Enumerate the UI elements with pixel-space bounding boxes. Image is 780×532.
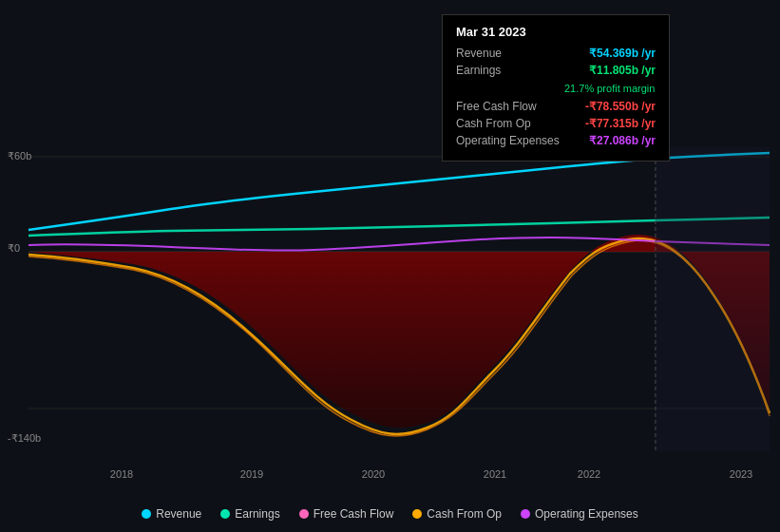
legend-label-fcf: Free Cash Flow	[314, 507, 394, 521]
tooltip-label-opex: Operating Expenses	[456, 134, 561, 147]
legend-label-cashfromop: Cash From Op	[427, 507, 502, 521]
x-label-2018: 2018	[110, 468, 133, 480]
legend-item-cashfromop[interactable]: Cash From Op	[412, 507, 502, 521]
y-label-0: ₹0	[8, 242, 20, 255]
legend-label-earnings: Earnings	[235, 507, 279, 521]
legend-label-revenue: Revenue	[156, 507, 201, 521]
tooltip-label-cashfromop: Cash From Op	[456, 117, 561, 130]
tooltip-row-fcf: Free Cash Flow -₹78.550b /yr	[456, 100, 656, 113]
tooltip-value-earnings: ₹11.805b /yr	[589, 64, 656, 77]
data-tooltip: Mar 31 2023 Revenue ₹54.369b /yr Earning…	[442, 14, 670, 162]
tooltip-value-revenue: ₹54.369b /yr	[589, 47, 656, 60]
legend-dot-fcf	[299, 509, 309, 519]
tooltip-row-cashfromop: Cash From Op -₹77.315b /yr	[456, 117, 656, 130]
chart-container: ₹60b ₹0 -₹140b 2018 2019 2020 2021 2022 …	[0, 0, 780, 532]
tooltip-date: Mar 31 2023	[456, 25, 656, 39]
y-label-neg140b: -₹140b	[8, 432, 41, 445]
x-label-2022: 2022	[578, 468, 600, 480]
tooltip-row-earnings: Earnings ₹11.805b /yr	[456, 64, 656, 77]
tooltip-value-opex: ₹27.086b /yr	[589, 134, 656, 147]
legend-dot-earnings	[220, 509, 230, 519]
legend-dot-opex	[521, 509, 530, 519]
x-label-2021: 2021	[484, 468, 506, 480]
x-label-2020: 2020	[362, 468, 385, 480]
legend-item-earnings[interactable]: Earnings	[220, 507, 279, 521]
tooltip-row-opex: Operating Expenses ₹27.086b /yr	[456, 134, 656, 147]
legend-dot-cashfromop	[412, 509, 422, 519]
tooltip-label-revenue: Revenue	[456, 47, 561, 60]
tooltip-label-earnings: Earnings	[456, 64, 561, 77]
legend-item-opex[interactable]: Operating Expenses	[521, 507, 638, 521]
legend-item-fcf[interactable]: Free Cash Flow	[299, 507, 394, 521]
x-label-2019: 2019	[240, 468, 263, 480]
tooltip-value-cashfromop: -₹77.315b /yr	[585, 117, 656, 130]
profit-margin-label: 21.7% profit margin	[564, 83, 655, 94]
tooltip-row-revenue: Revenue ₹54.369b /yr	[456, 47, 656, 60]
legend-label-opex: Operating Expenses	[535, 507, 638, 521]
svg-rect-5	[656, 147, 770, 451]
tooltip-label-fcf: Free Cash Flow	[456, 100, 561, 113]
tooltip-value-fcf: -₹78.550b /yr	[585, 100, 656, 113]
legend-item-revenue[interactable]: Revenue	[142, 507, 201, 521]
chart-legend: Revenue Earnings Free Cash Flow Cash Fro…	[0, 507, 780, 521]
legend-dot-revenue	[142, 509, 151, 519]
x-label-2023: 2023	[730, 468, 752, 480]
y-label-60b: ₹60b	[8, 150, 31, 162]
